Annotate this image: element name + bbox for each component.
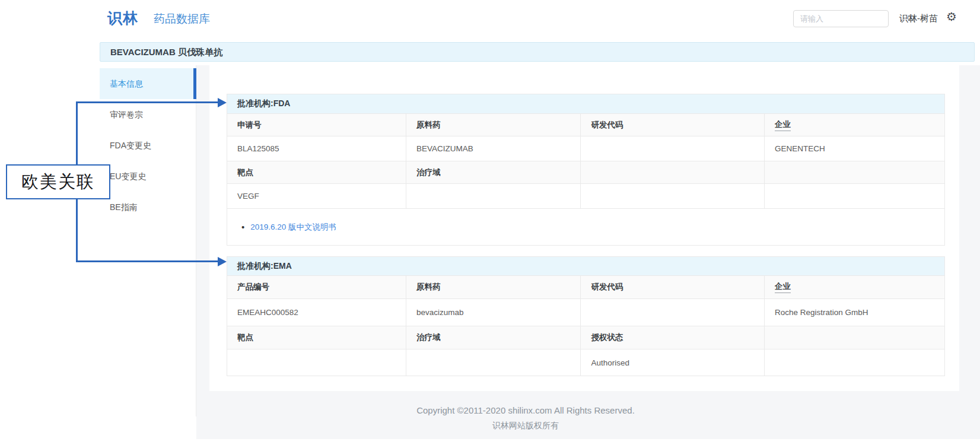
data-cell: [764, 184, 944, 208]
header-cell: 申请号: [227, 114, 406, 136]
copyright-line-cn: 识林网站版权所有: [196, 419, 855, 432]
data-cell: bevacizumab: [406, 299, 580, 326]
search-box: [793, 10, 889, 27]
table-header-row: 靶点 治疗域: [227, 161, 944, 183]
copyright-line: Copyright ©2011-2020 shilinx.com All Rig…: [196, 404, 855, 417]
sidebar-item-label: EU变更史: [110, 171, 146, 181]
page-footer: Copyright ©2011-2020 shilinx.com All Rig…: [196, 391, 980, 439]
header-cell: 靶点: [227, 161, 406, 183]
header-cell: 研发代码: [580, 114, 764, 136]
table-header-row: 靶点 治疗域 授权状态: [227, 326, 944, 349]
fda-section-header: 批准机构:FDA: [227, 94, 944, 113]
search-input[interactable]: [794, 14, 907, 23]
header-cell: [764, 326, 944, 349]
data-cell: [580, 136, 764, 161]
sidebar: 基本信息 审评卷宗 FDA变更史 EU变更史 BE指南: [100, 65, 196, 417]
data-cell: [406, 184, 580, 208]
header-cell: [764, 161, 944, 183]
page: 识林 药品数据库 识林-树苗 ⚙ BEVACIZUMAB 贝伐珠单抗 基本信息 …: [0, 0, 980, 445]
chinese-label-link[interactable]: 2019.6.20 版中文说明书: [250, 222, 336, 233]
header-cell: 研发代码: [580, 276, 764, 298]
data-cell: BLA125085: [227, 136, 406, 161]
data-cell: BEVACIZUMAB: [406, 136, 580, 161]
header-cell: 企业: [764, 276, 944, 298]
header-cell: 治疗域: [406, 326, 580, 349]
data-cell: [406, 349, 580, 376]
annotation-connector-line: [76, 199, 78, 262]
arrowhead-icon: [218, 98, 227, 107]
sidebar-item-review-dossier[interactable]: 审评卷宗: [100, 99, 196, 130]
header-cell: 企业: [764, 114, 944, 136]
header-cell: 治疗域: [406, 161, 580, 183]
user-menu[interactable]: 识林-树苗: [899, 13, 938, 24]
annotation-connector-line: [76, 101, 78, 165]
header-cell: 原料药: [406, 276, 580, 298]
table-row: EMEAHC000582 bevacizumab Roche Registrat…: [227, 298, 944, 326]
document-link-row: • 2019.6.20 版中文说明书: [227, 208, 944, 245]
data-cell: VEGF: [227, 184, 406, 208]
list-bullet: •: [241, 222, 244, 232]
table-row: VEGF: [227, 183, 944, 208]
header-cell: 授权状态: [580, 326, 764, 349]
header-cell: 产品编号: [227, 276, 406, 298]
annotation-arrow-line-fda: [76, 101, 218, 103]
table-row: Authorised: [227, 349, 944, 376]
sidebar-item-label: 审评卷宗: [110, 110, 143, 119]
table-row: BLA125085 BEVACIZUMAB GENENTECH: [227, 136, 944, 161]
arrowhead-icon: [218, 257, 227, 266]
data-cell: Roche Registration GmbH: [764, 299, 944, 326]
header-cell: 原料药: [406, 114, 580, 136]
annotation-arrow-line-ema: [76, 260, 218, 262]
ema-approval-section: 批准机构:EMA 产品编号 原料药 研发代码 企业 EMEAHC000582 b…: [227, 256, 945, 376]
app-subtitle: 药品数据库: [154, 11, 210, 27]
data-cell: Authorised: [580, 349, 764, 376]
annotation-label-box: 欧美关联: [6, 164, 110, 199]
sidebar-item-label: FDA变更史: [110, 141, 151, 150]
fda-approval-section: 批准机构:FDA 申请号 原料药 研发代码 企业 BLA125085 BEVAC…: [227, 94, 945, 246]
ema-section-header: 批准机构:EMA: [227, 257, 944, 275]
data-cell: EMEAHC000582: [227, 299, 406, 326]
header-cell: 靶点: [227, 326, 406, 349]
active-indicator: [193, 68, 196, 99]
table-header-row: 产品编号 原料药 研发代码 企业: [227, 275, 944, 298]
data-cell: [580, 184, 764, 208]
header-cell: [580, 161, 764, 183]
app-logo[interactable]: 识林: [107, 8, 138, 28]
sidebar-item-be-guideline[interactable]: BE指南: [100, 192, 196, 223]
sidebar-item-label: BE指南: [110, 202, 138, 212]
table-header-row: 申请号 原料药 研发代码 企业: [227, 113, 944, 136]
sidebar-item-label: 基本信息: [110, 79, 143, 88]
sidebar-item-fda-change-history[interactable]: FDA变更史: [100, 130, 196, 161]
data-cell: [580, 299, 764, 326]
gear-icon[interactable]: ⚙: [946, 11, 957, 23]
data-cell: GENENTECH: [764, 136, 944, 161]
data-cell: [227, 349, 406, 376]
annotation-label: 欧美关联: [21, 170, 95, 194]
sidebar-item-eu-change-history[interactable]: EU变更史: [100, 161, 196, 192]
page-title: BEVACIZUMAB 贝伐珠单抗: [100, 42, 975, 62]
sidebar-item-basic-info[interactable]: 基本信息: [100, 68, 196, 99]
data-cell: [764, 349, 944, 376]
